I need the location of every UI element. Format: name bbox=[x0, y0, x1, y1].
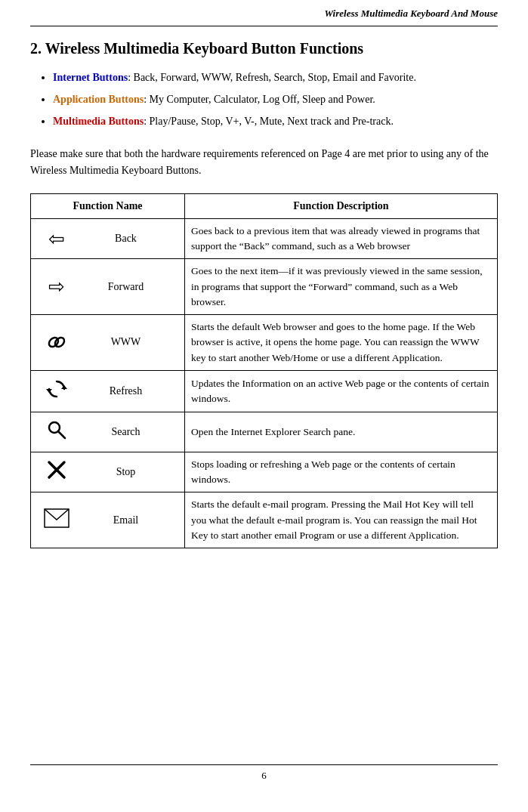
function-desc-stop: Stops loading or refreshing a Web page o… bbox=[184, 452, 497, 492]
www-icon bbox=[42, 330, 72, 354]
stop-icon bbox=[42, 460, 72, 484]
function-label-back: Back bbox=[78, 233, 174, 245]
table-row: ⇦BackGoes back to a previous item that w… bbox=[31, 218, 498, 259]
col-function-name: Function Name bbox=[31, 193, 185, 218]
table-row: SearchOpen the Internet Explorer Search … bbox=[31, 412, 498, 452]
footer: 6 bbox=[30, 764, 498, 782]
function-label-forward: Forward bbox=[78, 281, 174, 293]
function-name-cell: WWW bbox=[31, 315, 185, 371]
page-number: 6 bbox=[261, 770, 267, 781]
section-title: 2. Wireless Multimedia Keyboard Button F… bbox=[30, 40, 498, 57]
function-desc-forward: Goes to the next item—if it was previous… bbox=[184, 259, 497, 315]
function-name-cell: Search bbox=[31, 412, 185, 452]
col-function-desc: Function Description bbox=[184, 193, 497, 218]
forward-icon: ⇨ bbox=[42, 275, 72, 298]
bullet-application: Application Buttons: My Computer, Calcul… bbox=[53, 91, 498, 107]
function-name-cell: Email bbox=[31, 492, 185, 548]
search-icon bbox=[42, 420, 72, 444]
function-desc-www: Starts the default Web browser and goes … bbox=[184, 315, 497, 371]
function-label-refresh: Refresh bbox=[78, 385, 174, 397]
function-label-www: WWW bbox=[78, 336, 174, 348]
function-name-cell: ⇨Forward bbox=[31, 259, 185, 315]
table-row: EmailStarts the default e-mail program. … bbox=[31, 492, 498, 548]
function-label-search: Search bbox=[78, 426, 174, 438]
table-row: RefreshUpdates the Information on an act… bbox=[31, 370, 498, 412]
table-row: WWWStarts the default Web browser and go… bbox=[31, 315, 498, 371]
header-title: Wireless Multimedia Keyboard And Mouse bbox=[325, 8, 498, 19]
back-icon: ⇦ bbox=[42, 227, 72, 251]
function-label-email: Email bbox=[78, 514, 174, 526]
internet-text: : Back, Forward, WWW, Refresh, Search, S… bbox=[128, 72, 416, 83]
function-label-stop: Stop bbox=[78, 466, 174, 478]
bullet-internet: Internet Buttons: Back, Forward, WWW, Re… bbox=[53, 69, 498, 85]
bullet-list: Internet Buttons: Back, Forward, WWW, Re… bbox=[53, 69, 498, 135]
function-desc-back: Goes back to a previous item that was al… bbox=[184, 218, 497, 259]
function-table: Function Name Function Description ⇦Back… bbox=[30, 193, 498, 548]
application-text: : My Computer, Calculator, Log Off, Slee… bbox=[144, 94, 375, 105]
function-desc-search: Open the Internet Explorer Search pane. bbox=[184, 412, 497, 452]
multimedia-text: : Play/Pause, Stop, V+, V-, Mute, Next t… bbox=[144, 116, 394, 127]
multimedia-label: Multimedia Buttons bbox=[53, 116, 144, 127]
table-row: ⇨ForwardGoes to the next item—if it was … bbox=[31, 259, 498, 315]
page-header: Wireless Multimedia Keyboard And Mouse bbox=[30, 8, 498, 26]
bullet-multimedia: Multimedia Buttons: Play/Pause, Stop, V+… bbox=[53, 113, 498, 129]
function-name-cell: Refresh bbox=[31, 370, 185, 412]
application-label: Application Buttons bbox=[53, 94, 144, 105]
svg-line-5 bbox=[58, 431, 65, 438]
intro-paragraph: Please make sure that both the hardware … bbox=[30, 146, 498, 180]
function-name-cell: ⇦Back bbox=[31, 218, 185, 259]
function-desc-email: Starts the default e-mail program. Press… bbox=[184, 492, 497, 548]
table-row: StopStops loading or refreshing a Web pa… bbox=[31, 452, 498, 492]
table-header-row: Function Name Function Description bbox=[31, 193, 498, 218]
email-icon bbox=[42, 508, 72, 533]
function-desc-refresh: Updates the Information on an active Web… bbox=[184, 370, 497, 412]
function-name-cell: Stop bbox=[31, 452, 185, 492]
svg-marker-3 bbox=[46, 389, 52, 393]
svg-marker-2 bbox=[61, 385, 67, 389]
page-wrapper: Wireless Multimedia Keyboard And Mouse 2… bbox=[0, 0, 528, 812]
refresh-icon bbox=[42, 378, 72, 404]
internet-label: Internet Buttons bbox=[53, 72, 128, 83]
